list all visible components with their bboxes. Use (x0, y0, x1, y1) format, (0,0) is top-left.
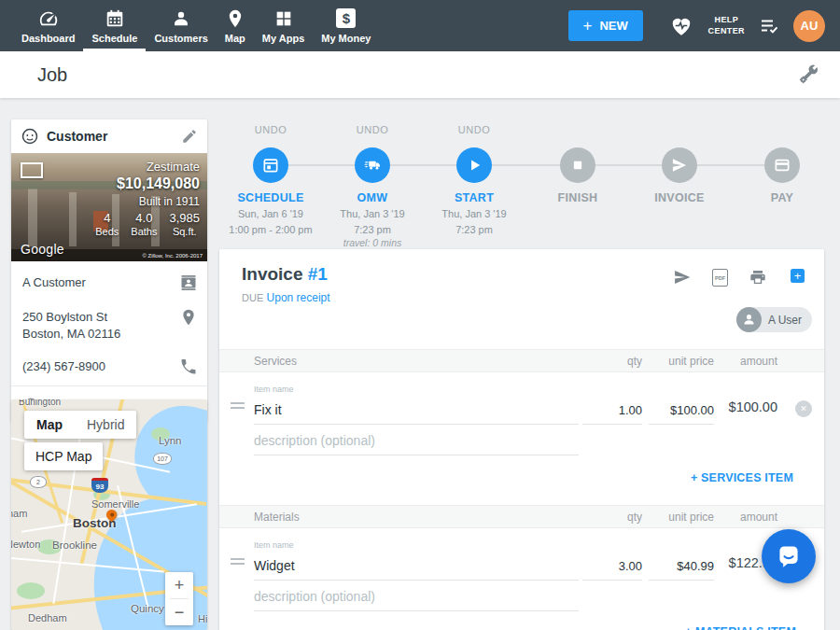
map-widget[interactable]: Burlington Lynn 107 2 93 Somerville ham … (11, 399, 207, 630)
location-pin-icon[interactable] (179, 308, 198, 327)
nav-item-customers[interactable]: Customers (146, 0, 216, 51)
interstate-93-shield: 93 (91, 478, 108, 493)
google-logo: Google (21, 242, 64, 257)
material-unit-price-input[interactable] (649, 553, 714, 581)
invoice-title-text: Invoice (242, 264, 302, 284)
services-header-band: Services qty unit price amount (219, 349, 824, 372)
customer-name-row: A Customer (11, 265, 207, 300)
health-heart-icon[interactable] (669, 14, 693, 38)
step-label-pay[interactable]: PAY (717, 191, 840, 204)
property-photo[interactable]: Zestimate $10,149,080 Built in 1911 4 Be… (11, 153, 207, 261)
step-pay: PAY (717, 124, 840, 204)
customer-face-icon (21, 127, 39, 146)
unit-price-column-header: unit price (668, 355, 714, 368)
page-header: Job (0, 51, 840, 98)
amount-column-header: amount (740, 355, 777, 368)
material-qty-input[interactable] (582, 553, 642, 581)
new-button[interactable]: + NEW (568, 10, 643, 41)
add-materials-item-link[interactable]: + MATERIALS ITEM (685, 625, 796, 630)
qty-column-header: qty (627, 355, 642, 368)
stat-baths: 4.0 Baths (131, 211, 157, 237)
baths-label: Baths (131, 226, 157, 237)
customer-card: Customer Zestimate $10,149,080 Built in … (11, 119, 207, 422)
contact-card-icon[interactable] (179, 273, 198, 292)
dashboard-icon (38, 8, 59, 29)
map-type-toggle: Map Hybrid (24, 411, 136, 439)
zoom-in-button[interactable]: + (165, 572, 193, 598)
zillow-copyright: © Zillow, Inc. 2006-2017 (143, 253, 203, 259)
nav-label-dashboard: Dashboard (21, 33, 75, 44)
map-type-map-button[interactable]: Map (24, 411, 75, 439)
map-label-newton: Newton (11, 539, 40, 550)
task-list-icon[interactable] (758, 15, 780, 37)
omw-travel-time: travel: 0 mins (307, 237, 438, 248)
assignee-avatar-icon (736, 307, 762, 332)
map-label-waltham-partial: ham (11, 508, 27, 519)
address-line1: 250 Boylston St (22, 309, 179, 326)
money-icon: $ (336, 8, 357, 29)
map-label-quincy: Quincy (131, 603, 164, 614)
undo-spacer (717, 124, 840, 139)
help-center-link[interactable]: HELP CENTER (708, 15, 745, 36)
service-qty-input[interactable] (582, 398, 642, 425)
nav-item-my-apps[interactable]: My Apps (254, 0, 313, 51)
item-name-label: Item name (254, 540, 294, 550)
assignee-name: A User (768, 314, 802, 327)
hcp-map-button[interactable]: HCP Map (24, 442, 103, 470)
phone-icon[interactable] (179, 357, 198, 376)
service-item-name-input[interactable] (254, 398, 579, 425)
edit-pencil-icon[interactable] (181, 128, 198, 145)
add-services-item-link[interactable]: + SERVICES ITEM (691, 471, 793, 484)
drag-handle[interactable] (231, 402, 245, 412)
materials-header-band: Materials qty unit price amount (219, 505, 824, 528)
start-time: 7:23 pm (409, 223, 539, 236)
customer-details: A Customer 250 Boylston St Boston, MA 02… (11, 261, 207, 422)
baths-value: 4.0 (131, 211, 157, 225)
customer-card-title: Customer (47, 129, 181, 144)
print-icon[interactable] (749, 268, 767, 287)
assignee-chip[interactable]: A User (736, 307, 812, 332)
material-item-name-input[interactable] (254, 553, 579, 581)
expand-photo-icon[interactable] (21, 162, 43, 178)
photo-detail (28, 189, 37, 246)
pay-card-icon[interactable] (764, 147, 800, 183)
finish-stop-icon[interactable] (560, 147, 595, 183)
help-center-line1: HELP (708, 15, 745, 25)
start-play-icon[interactable] (456, 147, 492, 183)
user-avatar[interactable]: AU (793, 10, 825, 42)
nav-item-schedule[interactable]: Schedule (83, 0, 146, 51)
nav-item-map[interactable]: Map (217, 0, 254, 51)
material-description-input[interactable] (254, 584, 579, 611)
job-settings-wrench-icon[interactable] (797, 63, 819, 86)
map-park (17, 582, 45, 599)
chat-bubble-button[interactable] (762, 529, 816, 583)
invoice-send-icon[interactable] (662, 147, 697, 183)
service-description-input[interactable] (254, 428, 579, 455)
remove-service-item-icon[interactable]: ✕ (795, 400, 812, 417)
nav-item-dashboard[interactable]: Dashboard (13, 0, 83, 51)
sqft-label: Sq.ft. (169, 226, 200, 237)
send-invoice-icon[interactable] (673, 268, 692, 287)
drag-handle[interactable] (231, 558, 245, 567)
page-title: Job (37, 64, 67, 86)
photo-detail (69, 192, 77, 246)
nav-label-map: Map (225, 33, 245, 44)
map-zoom-control: + − (165, 572, 193, 625)
service-unit-price-input[interactable] (649, 398, 714, 425)
start-date: Thu, Jan 3 '19 (409, 207, 539, 220)
add-invoice-button[interactable]: + (791, 269, 805, 283)
service-amount: $100.00 (729, 399, 777, 414)
due-terms-link[interactable]: Upon receipt (267, 291, 330, 304)
nav-label-my-money: My Money (321, 33, 371, 44)
schedule-step-icon[interactable] (253, 147, 288, 183)
invoice-number[interactable]: #1 (308, 264, 328, 284)
customer-name: A Customer (22, 273, 179, 291)
pdf-icon[interactable]: PDF (712, 269, 731, 287)
omw-truck-icon[interactable] (355, 147, 390, 183)
new-button-label: NEW (599, 19, 627, 33)
map-pin-icon (225, 8, 245, 29)
invoice-title: Invoice #1 (242, 264, 328, 285)
nav-item-my-money[interactable]: $ My Money (313, 0, 379, 51)
map-type-hybrid-button[interactable]: Hybrid (75, 411, 136, 439)
zoom-out-button[interactable]: − (165, 599, 193, 625)
